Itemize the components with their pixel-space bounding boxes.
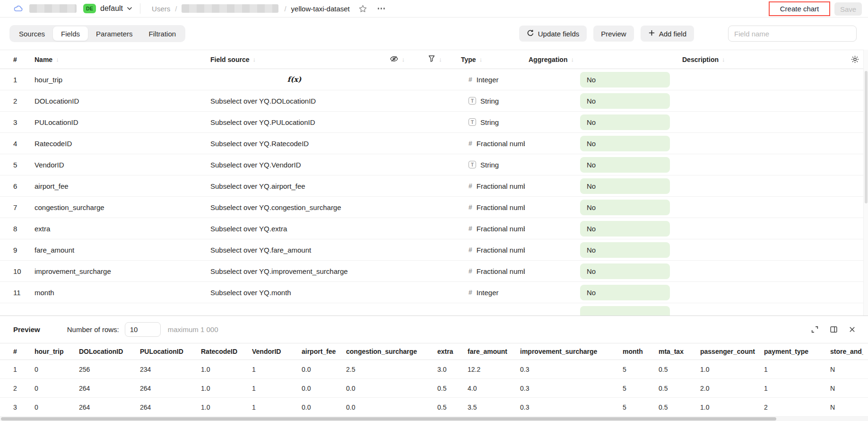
aggregation-select[interactable]: No: [580, 221, 670, 237]
save-button[interactable]: Save: [834, 2, 862, 16]
field-type-select[interactable]: #Fractional number: [456, 133, 525, 154]
field-row[interactable]: 11 month Subselect over YQ.month #Intege…: [0, 282, 863, 303]
field-row-description[interactable]: [678, 112, 846, 132]
field-type-select[interactable]: #Fractional number: [456, 175, 525, 196]
field-type-select[interactable]: #Integer: [456, 282, 525, 303]
field-name-search-input[interactable]: [728, 26, 857, 42]
field-row[interactable]: 10 improvement_surcharge Subselect over …: [0, 261, 863, 282]
preview-button[interactable]: Preview: [593, 26, 634, 42]
aggregation-select[interactable]: No: [580, 93, 670, 109]
header-field-source[interactable]: Field source↓: [208, 50, 381, 69]
field-row-description[interactable]: [678, 175, 846, 196]
field-type-select[interactable]: #Fractional number: [456, 197, 525, 218]
field-type-select[interactable]: #Fractional number: [456, 218, 525, 239]
preview-column-header[interactable]: month: [617, 343, 653, 360]
field-type-select[interactable]: TString: [456, 90, 525, 111]
env-switcher[interactable]: default: [100, 4, 123, 13]
expand-preview-icon[interactable]: [811, 325, 819, 333]
field-row[interactable]: 7 congestion_surcharge Subselect over YQ…: [0, 197, 863, 218]
sort-arrow-icon: ↓: [252, 56, 256, 63]
field-source-text: Subselect over YQ.PULocationID: [210, 118, 315, 126]
header-aggregation[interactable]: Aggregation↓: [525, 50, 678, 69]
preview-column-header[interactable]: hour_trip: [29, 343, 74, 360]
add-field-button[interactable]: Add field: [641, 26, 694, 42]
preview-column-header[interactable]: improvement_surcharge: [515, 343, 617, 360]
header-type[interactable]: Type↓: [456, 50, 525, 69]
preview-column-header[interactable]: extra: [432, 343, 462, 360]
field-type-select[interactable]: #Fractional number: [456, 261, 525, 281]
field-type-select[interactable]: TString: [456, 154, 525, 175]
create-chart-button[interactable]: Create chart: [780, 5, 819, 13]
horizontal-scrollbar[interactable]: [0, 417, 868, 421]
horizontal-scrollbar-thumb[interactable]: [1, 417, 776, 421]
split-view-icon[interactable]: [830, 325, 838, 333]
string-type-icon: T: [469, 161, 476, 168]
field-row-description[interactable]: [678, 282, 846, 303]
favorite-star-icon[interactable]: [358, 4, 367, 13]
field-row-description[interactable]: [678, 197, 846, 218]
chevron-down-icon[interactable]: [127, 7, 132, 10]
preview-column-header[interactable]: payment_type: [759, 343, 825, 360]
header-description[interactable]: Description↓: [678, 50, 846, 69]
field-row[interactable]: 9 fare_amount Subselect over YQ.fare_amo…: [0, 239, 863, 261]
aggregation-select[interactable]: No: [580, 178, 670, 194]
more-actions-icon[interactable]: [378, 8, 385, 9]
breadcrumb-root[interactable]: Users: [152, 5, 170, 13]
preview-column-header[interactable]: RatecodeID: [196, 343, 247, 360]
preview-column-header[interactable]: VendorID: [247, 343, 296, 360]
preview-column-header[interactable]: store_and_f: [825, 343, 863, 360]
preview-column-header[interactable]: passenger_count: [695, 343, 759, 360]
aggregation-select[interactable]: No: [580, 285, 670, 300]
preview-column-header[interactable]: mta_tax: [653, 343, 695, 360]
field-row-description[interactable]: [678, 69, 846, 90]
preview-column-header[interactable]: airport_fee: [296, 343, 341, 360]
header-hidden-column[interactable]: ↓: [381, 50, 414, 69]
cloud-logo-icon[interactable]: [13, 5, 24, 12]
vertical-scrollbar-thumb[interactable]: [865, 71, 868, 203]
aggregation-select[interactable]: No: [580, 157, 670, 173]
preview-column-header[interactable]: congestion_surcharge: [341, 343, 432, 360]
header-name[interactable]: Name↓: [26, 50, 208, 69]
table-settings-gear-icon[interactable]: [846, 50, 863, 69]
field-row[interactable]: 8 extra Subselect over YQ.extra #Fractio…: [0, 218, 863, 239]
preview-column-header[interactable]: DOLocationID: [74, 343, 135, 360]
aggregation-select[interactable]: No: [580, 242, 670, 258]
preview-column-header[interactable]: #: [0, 343, 29, 360]
tab-sources[interactable]: Sources: [11, 26, 53, 41]
field-row[interactable]: 4 RatecodeID Subselect over YQ.RatecodeI…: [0, 133, 863, 154]
close-preview-icon[interactable]: [849, 326, 856, 333]
field-row[interactable]: 3 PULocationID Subselect over YQ.PULocat…: [0, 112, 863, 133]
field-row-description[interactable]: [678, 239, 846, 260]
preview-cell: 1.0: [196, 360, 247, 378]
field-row[interactable]: 5 VendorID Subselect over YQ.VendorID TS…: [0, 154, 863, 175]
env-badge: DE: [83, 4, 96, 13]
aggregation-select[interactable]: No: [580, 136, 670, 151]
preview-column-header[interactable]: fare_amount: [462, 343, 515, 360]
preview-cell: 264: [74, 398, 135, 416]
preview-column-header[interactable]: PULocationID: [135, 343, 196, 360]
tab-filtration[interactable]: Filtration: [141, 26, 184, 41]
aggregation-select[interactable]: No: [580, 263, 670, 279]
aggregation-select[interactable]: No: [580, 200, 670, 215]
preview-cell: 1.0: [196, 379, 247, 397]
field-row[interactable]: 2 DOLocationID Subselect over YQ.DOLocat…: [0, 90, 863, 112]
field-row-description[interactable]: [678, 218, 846, 239]
tab-fields[interactable]: Fields: [53, 26, 88, 41]
field-row[interactable]: 6 airport_fee Subselect over YQ.airport_…: [0, 175, 863, 197]
preview-cell: 264: [135, 398, 196, 416]
rows-count-input[interactable]: [125, 322, 161, 337]
field-row-description[interactable]: [678, 90, 846, 111]
header-filter-column[interactable]: ↓: [414, 50, 456, 69]
tab-parameters[interactable]: Parameters: [88, 26, 141, 41]
field-row-description[interactable]: [678, 154, 846, 175]
aggregation-select[interactable]: No: [580, 114, 670, 130]
update-fields-button[interactable]: Update fields: [519, 26, 587, 42]
field-type-select[interactable]: TString: [456, 112, 525, 132]
aggregation-select[interactable]: No: [580, 72, 670, 88]
field-type-select[interactable]: #Integer: [456, 69, 525, 90]
field-row[interactable]: 1 hour_trip f(x) #Integer No: [0, 69, 863, 90]
field-row-description[interactable]: [678, 133, 846, 154]
field-type-select[interactable]: #Fractional number: [456, 239, 525, 260]
field-row-description[interactable]: [678, 261, 846, 281]
vertical-scrollbar[interactable]: [863, 50, 868, 316]
